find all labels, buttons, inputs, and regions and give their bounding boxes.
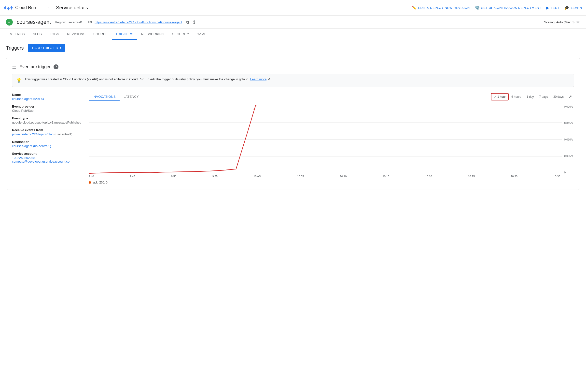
help-icon[interactable]: ? [54,64,58,69]
time-range-6hours[interactable]: 6 hours [509,93,524,100]
trigger-card-header: ☰ Eventarc trigger ? [12,64,574,70]
tab-slos[interactable]: SLOS [29,29,46,40]
url-label: URL: https://us-central1-demo224.cloudfu… [86,20,182,24]
test-button[interactable]: ▶ TEST [546,6,560,10]
edit-deploy-label: EDIT & DEPLOY NEW REVISION [418,6,470,10]
receive-events-label: Receive events from [12,128,81,132]
name-value: courses-agent-529174 [12,97,81,101]
service-header: ✓ courses-agent Region: us-central1 URL:… [0,16,586,29]
x-label-6: 10:10 [340,175,347,178]
x-label-0: 9:40 [89,175,94,178]
destination-value: courses-agent (us-central1) [12,144,81,148]
svg-marker-5 [253,105,257,110]
learn-more-link[interactable]: Learn more [250,77,266,81]
event-provider-value: Cloud Pub/Sub [12,109,81,112]
event-type-label: Event type [12,116,81,120]
x-label-9: 10:25 [468,175,475,178]
test-label: TEST [551,6,559,10]
tab-revisions[interactable]: REVISIONS [63,29,90,40]
time-range-1day[interactable]: 1 day [524,93,536,100]
trigger-content: Name courses-agent-529174 Event provider… [12,93,574,184]
chart-container: 0.020/s 0.015/s 0.010/s 0.005/s 0 9:40 9… [89,105,574,184]
check-icon: ✓ [494,95,496,98]
chart-tab-invocations[interactable]: INVOCATIONS [89,93,120,101]
menu-list-icon: ☰ [12,64,16,70]
nav-actions: ✏️ EDIT & DEPLOY NEW REVISION ⚙️ SET UP … [412,6,582,10]
triggers-header: Triggers + ADD TRIGGER ▾ [6,44,580,52]
cloud-run-logo-icon [4,6,13,10]
y-label-0: 0.020/s [564,105,573,108]
y-label-2: 0.010/s [564,138,573,141]
learn-button[interactable]: 🎓 LEARN [564,6,582,10]
page-title: Service details [56,5,88,10]
receive-events-region: (us-central1) [54,132,72,136]
info-banner: 💡 This trigger was created in Cloud Func… [12,74,574,87]
edit-icon: ✏️ [412,6,417,10]
x-label-3: 9:55 [212,175,217,178]
nav-divider [41,4,41,12]
x-label-2: 9:50 [171,175,176,178]
detail-service-account: Service account 1022259802048-compute@de… [12,152,81,163]
time-range-30days[interactable]: 30 days [551,93,566,100]
learn-label: LEARN [571,6,582,10]
chart-plot-area [89,105,562,174]
tab-networking[interactable]: NETWORKING [137,29,168,40]
region-label: Region: us-central1 [55,20,82,24]
y-label-3: 0.005/s [564,154,573,158]
service-name: courses-agent [17,19,51,25]
time-range-controls: ✓ 1 hour 6 hours 1 day 7 days 30 days ⤢ [491,93,574,100]
y-axis-labels: 0.020/s 0.015/s 0.010/s 0.005/s 0 [562,105,574,174]
tab-logs[interactable]: LOGS [46,29,63,40]
add-trigger-label: + ADD TRIGGER [32,46,58,50]
tab-security[interactable]: SECURITY [168,29,193,40]
y-label-4: 0 [564,171,573,174]
continuous-deploy-label: SET UP CONTINUOUS DEPLOYMENT [481,6,541,10]
top-nav: Cloud Run ← Service details ✏️ EDIT & DE… [0,0,586,16]
x-label-7: 10:15 [383,175,390,178]
back-button[interactable]: ← [46,4,53,12]
logo-area: Cloud Run [4,5,36,10]
detail-name: Name courses-agent-529174 [12,93,81,101]
time-range-7days[interactable]: 7 days [537,93,551,100]
destination-label: Destination [12,140,81,144]
receive-events-value: projects/demo224/topics/plan (us-central… [12,132,81,136]
edit-deploy-button[interactable]: ✏️ EDIT & DEPLOY NEW REVISION [412,6,470,10]
x-label-1: 9:45 [130,175,135,178]
add-trigger-button[interactable]: + ADD TRIGGER ▾ [28,44,65,52]
name-link[interactable]: courses-agent-529174 [12,97,44,101]
time-range-1hour[interactable]: ✓ 1 hour [491,93,509,100]
event-type-value: google.cloud.pubsub.topic.v1.messagePubl… [12,120,81,124]
tab-metrics[interactable]: METRICS [6,29,29,40]
continuous-deploy-button[interactable]: ⚙️ SET UP CONTINUOUS DEPLOYMENT [475,6,541,10]
tab-source[interactable]: SOURCE [90,29,112,40]
tab-triggers[interactable]: TRIGGERS [112,29,137,40]
trigger-details: Name courses-agent-529174 Event provider… [12,93,81,184]
service-account-link[interactable]: 1022259802048-compute@developer.gservice… [12,156,72,163]
triggers-section: Triggers + ADD TRIGGER ▾ ☰ Eventarc trig… [0,40,586,194]
expand-chart-button[interactable]: ⤢ [566,93,574,100]
edit-scaling-button[interactable]: ✏ [576,20,580,25]
x-label-5: 10:05 [297,175,304,178]
receive-events-link[interactable]: projects/demo224/topics/plan [12,132,54,136]
legend-dot [89,181,91,184]
x-label-10: 10:30 [510,175,518,178]
copy-url-button[interactable]: ⧉ [186,20,189,25]
info-banner-text: This trigger was created in Cloud Functi… [24,77,270,82]
detail-event-provider: Event provider Cloud Pub/Sub [12,105,81,112]
tab-yaml[interactable]: YAML [193,29,210,40]
service-url-link[interactable]: https://us-central1-demo224.cloudfunctio… [94,20,182,24]
scaling-info: Scaling: Auto (Min: 0) ✏ [544,20,580,25]
service-account-label: Service account [12,152,81,156]
x-label-8: 10:20 [426,175,432,178]
status-icon: ✓ [6,19,13,26]
chart-tab-latency[interactable]: LATENCY [120,93,143,101]
info-button[interactable]: ℹ [193,20,195,25]
destination-link[interactable]: courses-agent (us-central1) [12,144,51,148]
service-meta: Region: us-central1 URL: https://us-cent… [55,20,195,25]
play-icon: ▶ [546,6,550,10]
x-label-4: 10 AM [254,175,261,178]
chart-svg [89,105,562,174]
y-label-1: 0.015/s [564,122,573,124]
service-account-value: 1022259802048-compute@developer.gservice… [12,156,81,163]
dropdown-arrow-icon: ▾ [60,46,61,50]
